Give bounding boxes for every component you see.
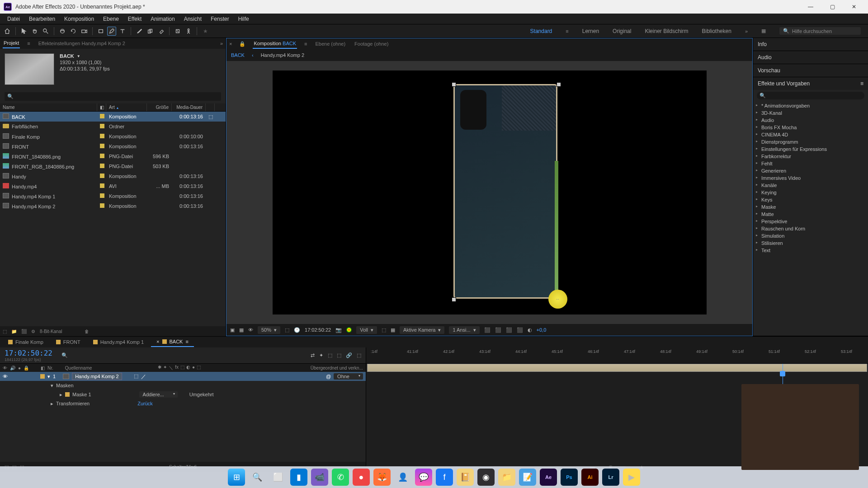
- tl-icon[interactable]: ✦: [319, 352, 323, 358]
- exposure-value[interactable]: +0,0: [537, 327, 547, 333]
- trash-icon[interactable]: 🗑: [85, 329, 89, 334]
- workspace-overflow-icon[interactable]: »: [745, 28, 748, 34]
- project-item[interactable]: BACK Komposition 0:00:13:16 ⬚: [0, 112, 226, 122]
- channel-icon[interactable]: [346, 327, 352, 333]
- menu-ebene[interactable]: Ebene: [99, 14, 123, 23]
- taskbar-app[interactable]: 👤: [394, 469, 411, 486]
- pen-tool-icon[interactable]: [107, 27, 116, 36]
- camera-tool-icon[interactable]: [80, 27, 89, 36]
- panel-menu-icon[interactable]: ≡: [27, 41, 30, 46]
- audio-panel-header[interactable]: Audio: [753, 51, 868, 64]
- audio-icon[interactable]: 🔊: [10, 366, 15, 371]
- switch-icon[interactable]: ✱: [158, 365, 161, 371]
- project-item[interactable]: FRONT_1840886.png PNG-Datei 596 KB: [0, 151, 226, 161]
- eraser-tool-icon[interactable]: [156, 27, 165, 36]
- switch-icon[interactable]: ⬚: [180, 365, 184, 371]
- zoom-dropdown[interactable]: 50% ▾: [258, 326, 280, 334]
- 3d-icon[interactable]: ⬛: [495, 327, 501, 333]
- preview-panel-header[interactable]: Vorschau: [753, 64, 868, 77]
- hand-tool-icon[interactable]: [30, 27, 39, 36]
- views-dropdown[interactable]: 1 Ansi... ▾: [449, 326, 479, 334]
- effect-category[interactable]: Keying: [753, 189, 868, 196]
- menu-effekt[interactable]: Effekt: [123, 14, 146, 23]
- rotate-tool-icon[interactable]: [69, 27, 78, 36]
- mask-name[interactable]: Maske 1: [72, 392, 91, 397]
- transform-group[interactable]: ▸ Transformieren Zurück: [0, 399, 366, 408]
- visibility-icon[interactable]: 👁: [3, 366, 7, 371]
- close-tab-icon[interactable]: ×: [156, 339, 159, 344]
- photoshop-icon[interactable]: Ps: [561, 469, 578, 486]
- effect-category[interactable]: Dienstprogramm: [753, 138, 868, 145]
- mask-icon[interactable]: 👁: [248, 327, 253, 333]
- menu-hilfe[interactable]: Hilfe: [234, 14, 254, 23]
- panel-overflow-icon[interactable]: »: [220, 41, 223, 46]
- snapshot-icon[interactable]: 📷: [335, 327, 342, 333]
- menu-komposition[interactable]: Komposition: [60, 14, 99, 23]
- lightroom-icon[interactable]: Lr: [602, 469, 619, 486]
- workspace-grid-icon[interactable]: ▦: [761, 28, 766, 34]
- effect-category[interactable]: 3D-Kanal: [753, 109, 868, 117]
- label-color[interactable]: [40, 374, 45, 379]
- whatsapp-icon[interactable]: ✆: [332, 469, 349, 486]
- roi-icon[interactable]: ⬚: [382, 327, 386, 333]
- time-icon[interactable]: 🕐: [294, 327, 300, 333]
- workspace-menu-icon[interactable]: ≡: [566, 28, 568, 34]
- roto-tool-icon[interactable]: [173, 27, 182, 36]
- renderer-icon[interactable]: ⬛: [506, 327, 512, 333]
- draft-icon[interactable]: ⬛: [484, 327, 491, 333]
- taskbar-app[interactable]: ●: [353, 469, 370, 486]
- switch-icon[interactable]: ＼: [169, 365, 173, 371]
- menu-fenster[interactable]: Fenster: [206, 14, 234, 23]
- menu-bearbeiten[interactable]: Bearbeiten: [24, 14, 60, 23]
- tl-tab-finale[interactable]: Finale Komp: [3, 338, 49, 347]
- switch-icon[interactable]: fx: [175, 365, 179, 371]
- selection-tool-icon[interactable]: [19, 27, 28, 36]
- taskbar-search-icon[interactable]: 🔍: [249, 469, 266, 486]
- facebook-icon[interactable]: f: [436, 469, 453, 486]
- mask-color[interactable]: [65, 392, 70, 397]
- switch-icon[interactable]: ●: [192, 365, 195, 371]
- workspace-standard[interactable]: Standard: [530, 28, 552, 34]
- obs-icon[interactable]: ◉: [477, 469, 495, 486]
- mask-inverted[interactable]: Umgekehrt: [189, 392, 214, 397]
- firefox-icon[interactable]: 🦊: [373, 469, 391, 486]
- label-icon[interactable]: ◧: [41, 366, 45, 371]
- grid-icon[interactable]: ▦: [239, 327, 244, 333]
- twirl-icon[interactable]: ▸: [51, 401, 53, 407]
- project-item[interactable]: Handy.mp4 Komp 2 Komposition 0:00:13:16: [0, 201, 226, 211]
- mask-handle[interactable]: [452, 82, 456, 87]
- effect-category[interactable]: Keys: [753, 196, 868, 203]
- chevron-left-icon[interactable]: ‹: [252, 52, 254, 58]
- switch-icon[interactable]: ◐: [186, 365, 190, 371]
- effects-search[interactable]: 🔍: [757, 92, 864, 99]
- taskbar-app[interactable]: 📔: [457, 469, 474, 486]
- explorer-icon[interactable]: 📁: [498, 469, 515, 486]
- tab-footage[interactable]: Footage (ohne): [354, 39, 389, 48]
- ref-icon[interactable]: ⬚: [285, 327, 289, 333]
- task-view-icon[interactable]: ⬜: [269, 469, 287, 486]
- twirl-icon[interactable]: ▸: [60, 392, 62, 398]
- clone-tool-icon[interactable]: [146, 27, 155, 36]
- tl-icon[interactable]: ⬚: [337, 352, 341, 358]
- taskbar-app[interactable]: 📹: [311, 469, 328, 486]
- col-tag-icon[interactable]: ◧: [97, 103, 106, 111]
- phone-layer[interactable]: [453, 84, 557, 299]
- new-comp-icon[interactable]: ⬛: [21, 329, 27, 334]
- tl-tab-handy-komp1[interactable]: Handy.mp4 Komp 1: [88, 338, 149, 347]
- tl-search-icon[interactable]: 🔍: [61, 352, 68, 358]
- new-folder-icon[interactable]: 📁: [11, 329, 17, 334]
- brush-tool-icon[interactable]: [135, 27, 144, 36]
- minimize-button[interactable]: —: [800, 0, 821, 14]
- effects-panel-header[interactable]: Effekte und Vorgaben ≡: [753, 77, 868, 90]
- viewer-timecode[interactable]: 17:02:50:22: [305, 327, 331, 333]
- fast-preview-icon[interactable]: ⬛: [517, 327, 523, 333]
- timeline-layer-row[interactable]: 👁 ▾ 1 Handy.mp4 Komp 2 ⬚ ／ @ Ohne: [0, 372, 366, 381]
- tab-layer[interactable]: Ebene (ohne): [314, 39, 346, 48]
- tab-composition[interactable]: Komposition BACK: [253, 39, 297, 49]
- start-button[interactable]: ⊞: [228, 469, 245, 486]
- project-item[interactable]: Finale Komp Komposition 0:00:10:00: [0, 131, 226, 141]
- close-button[interactable]: ✕: [844, 0, 864, 14]
- dropdown-icon[interactable]: ▼: [77, 54, 80, 58]
- effect-category[interactable]: Simulation: [753, 232, 868, 239]
- settings-icon[interactable]: ⚙: [31, 329, 35, 334]
